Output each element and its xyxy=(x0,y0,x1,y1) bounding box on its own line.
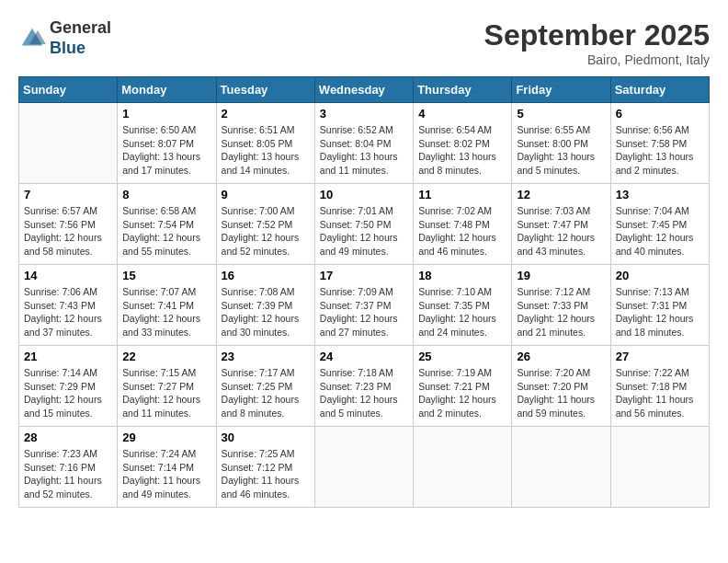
day-info: Sunrise: 6:51 AM Sunset: 8:05 PM Dayligh… xyxy=(222,123,310,178)
day-number: 7 xyxy=(24,188,112,201)
day-info: Sunrise: 7:09 AM Sunset: 7:37 PM Dayligh… xyxy=(320,285,408,339)
day-number: 26 xyxy=(517,350,605,363)
day-info: Sunrise: 7:20 AM Sunset: 7:20 PM Dayligh… xyxy=(517,366,605,420)
calendar-cell: 21Sunrise: 7:14 AM Sunset: 7:29 PM Dayli… xyxy=(19,346,118,427)
day-info: Sunrise: 7:22 AM Sunset: 7:18 PM Dayligh… xyxy=(616,366,704,420)
logo: General Blue xyxy=(18,18,111,58)
day-number: 4 xyxy=(418,107,506,121)
calendar-cell xyxy=(610,427,709,508)
day-number: 22 xyxy=(122,350,210,363)
day-info: Sunrise: 6:56 AM Sunset: 7:58 PM Dayligh… xyxy=(616,123,704,178)
calendar-cell: 28Sunrise: 7:23 AM Sunset: 7:16 PM Dayli… xyxy=(19,427,118,508)
calendar-cell: 15Sunrise: 7:07 AM Sunset: 7:41 PM Dayli… xyxy=(118,265,216,346)
day-number: 10 xyxy=(320,188,408,201)
day-info: Sunrise: 7:01 AM Sunset: 7:50 PM Dayligh… xyxy=(320,204,408,259)
day-number: 21 xyxy=(24,350,112,363)
day-info: Sunrise: 6:58 AM Sunset: 7:54 PM Dayligh… xyxy=(122,204,210,259)
calendar-cell: 2Sunrise: 6:51 AM Sunset: 8:05 PM Daylig… xyxy=(216,103,314,184)
day-info: Sunrise: 7:15 AM Sunset: 7:27 PM Dayligh… xyxy=(122,366,210,420)
calendar-cell: 7Sunrise: 6:57 AM Sunset: 7:56 PM Daylig… xyxy=(19,184,118,265)
calendar-cell: 12Sunrise: 7:03 AM Sunset: 7:47 PM Dayli… xyxy=(512,184,610,265)
calendar-week-3: 14Sunrise: 7:06 AM Sunset: 7:43 PM Dayli… xyxy=(19,265,710,346)
day-info: Sunrise: 7:06 AM Sunset: 7:43 PM Dayligh… xyxy=(24,285,112,339)
day-info: Sunrise: 7:19 AM Sunset: 7:21 PM Dayligh… xyxy=(418,366,506,420)
day-info: Sunrise: 6:52 AM Sunset: 8:04 PM Dayligh… xyxy=(320,123,408,178)
day-number: 20 xyxy=(616,269,704,282)
day-info: Sunrise: 7:00 AM Sunset: 7:52 PM Dayligh… xyxy=(222,204,310,259)
calendar-week-1: 1Sunrise: 6:50 AM Sunset: 8:07 PM Daylig… xyxy=(19,103,710,184)
calendar-cell: 26Sunrise: 7:20 AM Sunset: 7:20 PM Dayli… xyxy=(512,346,610,427)
weekday-header-saturday: Saturday xyxy=(610,77,709,103)
calendar-cell: 27Sunrise: 7:22 AM Sunset: 7:18 PM Dayli… xyxy=(610,346,709,427)
calendar-week-2: 7Sunrise: 6:57 AM Sunset: 7:56 PM Daylig… xyxy=(19,184,710,265)
calendar-cell: 20Sunrise: 7:13 AM Sunset: 7:31 PM Dayli… xyxy=(610,265,709,346)
calendar-cell: 8Sunrise: 6:58 AM Sunset: 7:54 PM Daylig… xyxy=(118,184,216,265)
logo-line2: Blue xyxy=(50,39,111,59)
calendar-body: 1Sunrise: 6:50 AM Sunset: 8:07 PM Daylig… xyxy=(19,103,710,508)
location-subtitle: Bairo, Piedmont, Italy xyxy=(484,52,710,67)
calendar-cell: 19Sunrise: 7:12 AM Sunset: 7:33 PM Dayli… xyxy=(512,265,610,346)
calendar-cell: 29Sunrise: 7:24 AM Sunset: 7:14 PM Dayli… xyxy=(118,427,216,508)
weekday-header-monday: Monday xyxy=(118,77,216,103)
day-info: Sunrise: 6:57 AM Sunset: 7:56 PM Dayligh… xyxy=(24,204,112,259)
weekday-header-wednesday: Wednesday xyxy=(314,77,413,103)
day-info: Sunrise: 7:07 AM Sunset: 7:41 PM Dayligh… xyxy=(122,285,210,339)
day-info: Sunrise: 7:12 AM Sunset: 7:33 PM Dayligh… xyxy=(517,285,605,339)
day-number: 15 xyxy=(122,269,210,282)
logo-icon xyxy=(18,25,46,52)
month-title: September 2025 xyxy=(484,18,710,52)
calendar-cell: 4Sunrise: 6:54 AM Sunset: 8:02 PM Daylig… xyxy=(414,103,512,184)
day-number: 25 xyxy=(418,350,506,363)
calendar-cell: 1Sunrise: 6:50 AM Sunset: 8:07 PM Daylig… xyxy=(118,103,216,184)
calendar-cell: 11Sunrise: 7:02 AM Sunset: 7:48 PM Dayli… xyxy=(414,184,512,265)
calendar-cell: 30Sunrise: 7:25 AM Sunset: 7:12 PM Dayli… xyxy=(216,427,314,508)
day-number: 8 xyxy=(122,188,210,201)
calendar-cell: 13Sunrise: 7:04 AM Sunset: 7:45 PM Dayli… xyxy=(610,184,709,265)
day-number: 9 xyxy=(222,188,310,201)
weekday-header-sunday: Sunday xyxy=(19,77,118,103)
calendar-cell: 25Sunrise: 7:19 AM Sunset: 7:21 PM Dayli… xyxy=(414,346,512,427)
day-info: Sunrise: 7:08 AM Sunset: 7:39 PM Dayligh… xyxy=(222,285,310,339)
calendar-cell: 10Sunrise: 7:01 AM Sunset: 7:50 PM Dayli… xyxy=(314,184,413,265)
day-info: Sunrise: 6:55 AM Sunset: 8:00 PM Dayligh… xyxy=(517,123,605,178)
weekday-header-tuesday: Tuesday xyxy=(216,77,314,103)
day-info: Sunrise: 7:13 AM Sunset: 7:31 PM Dayligh… xyxy=(616,285,704,339)
day-number: 16 xyxy=(222,269,310,282)
day-number: 12 xyxy=(517,188,605,201)
calendar-cell xyxy=(19,103,118,184)
page-header: General Blue September 2025 Bairo, Piedm… xyxy=(18,18,710,67)
day-number: 27 xyxy=(616,350,704,363)
day-number: 17 xyxy=(320,269,408,282)
weekday-header-thursday: Thursday xyxy=(414,77,512,103)
calendar-cell xyxy=(414,427,512,508)
day-info: Sunrise: 7:02 AM Sunset: 7:48 PM Dayligh… xyxy=(418,204,506,259)
day-info: Sunrise: 6:54 AM Sunset: 8:02 PM Dayligh… xyxy=(418,123,506,178)
weekday-header-row: SundayMondayTuesdayWednesdayThursdayFrid… xyxy=(19,77,710,103)
calendar-week-4: 21Sunrise: 7:14 AM Sunset: 7:29 PM Dayli… xyxy=(19,346,710,427)
day-info: Sunrise: 7:18 AM Sunset: 7:23 PM Dayligh… xyxy=(320,366,408,420)
calendar-cell: 24Sunrise: 7:18 AM Sunset: 7:23 PM Dayli… xyxy=(314,346,413,427)
day-number: 3 xyxy=(320,107,408,121)
calendar-cell: 14Sunrise: 7:06 AM Sunset: 7:43 PM Dayli… xyxy=(19,265,118,346)
calendar-cell: 16Sunrise: 7:08 AM Sunset: 7:39 PM Dayli… xyxy=(216,265,314,346)
day-info: Sunrise: 6:50 AM Sunset: 8:07 PM Dayligh… xyxy=(122,123,210,178)
day-number: 23 xyxy=(222,350,310,363)
calendar-cell: 9Sunrise: 7:00 AM Sunset: 7:52 PM Daylig… xyxy=(216,184,314,265)
day-number: 19 xyxy=(517,269,605,282)
calendar-week-5: 28Sunrise: 7:23 AM Sunset: 7:16 PM Dayli… xyxy=(19,427,710,508)
calendar-cell: 5Sunrise: 6:55 AM Sunset: 8:00 PM Daylig… xyxy=(512,103,610,184)
weekday-header-friday: Friday xyxy=(512,77,610,103)
day-info: Sunrise: 7:24 AM Sunset: 7:14 PM Dayligh… xyxy=(122,447,210,501)
day-info: Sunrise: 7:14 AM Sunset: 7:29 PM Dayligh… xyxy=(24,366,112,420)
logo-line1: General xyxy=(50,18,111,39)
day-number: 11 xyxy=(418,188,506,201)
day-info: Sunrise: 7:17 AM Sunset: 7:25 PM Dayligh… xyxy=(222,366,310,420)
day-number: 6 xyxy=(616,107,704,121)
day-number: 24 xyxy=(320,350,408,363)
day-number: 29 xyxy=(122,431,210,444)
calendar-cell: 23Sunrise: 7:17 AM Sunset: 7:25 PM Dayli… xyxy=(216,346,314,427)
day-number: 28 xyxy=(24,431,112,444)
day-info: Sunrise: 7:03 AM Sunset: 7:47 PM Dayligh… xyxy=(517,204,605,259)
day-number: 2 xyxy=(222,107,310,121)
day-number: 13 xyxy=(616,188,704,201)
